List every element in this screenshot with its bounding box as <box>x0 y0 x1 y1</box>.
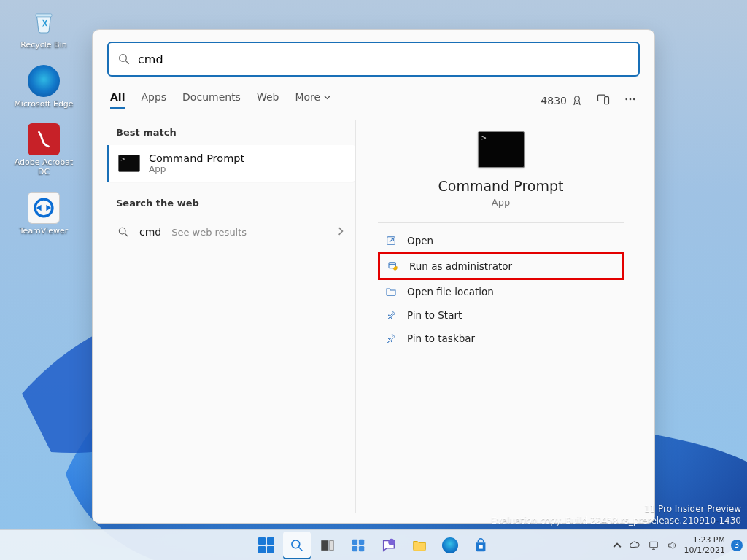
search-icon <box>117 226 129 238</box>
teamviewer-icon <box>28 192 60 224</box>
task-view-icon <box>320 537 336 553</box>
chevron-right-icon <box>336 225 345 238</box>
folder-icon <box>385 286 397 298</box>
best-match-subtitle: App <box>149 164 244 174</box>
svg-rect-20 <box>352 545 357 551</box>
svg-point-22 <box>388 538 395 545</box>
svg-rect-19 <box>359 539 364 544</box>
filter-row: All Apps Documents Web More 4830 <box>107 91 640 109</box>
web-search-item[interactable]: cmd - See web results <box>107 216 355 247</box>
preview-subtitle: App <box>492 197 510 208</box>
desktop-icon-label: TeamViewer <box>20 227 68 236</box>
preview-title: Command Prompt <box>438 178 564 194</box>
notification-badge[interactable]: 3 <box>731 540 743 551</box>
open-icon <box>385 235 397 246</box>
desktop-icon-recycle-bin[interactable]: Recycle Bin <box>7 6 80 50</box>
svg-point-10 <box>119 228 125 234</box>
pin-icon <box>385 309 397 321</box>
search-box[interactable] <box>107 42 640 77</box>
network-icon[interactable] <box>648 540 659 551</box>
more-options-icon[interactable] <box>624 93 637 108</box>
divider <box>378 222 624 223</box>
edge-icon <box>442 537 458 553</box>
rewards-icon <box>571 95 583 106</box>
svg-point-14 <box>292 540 300 548</box>
edge-icon <box>28 65 60 97</box>
store-icon <box>473 537 489 553</box>
chevron-up-icon[interactable] <box>613 541 622 550</box>
best-match-heading: Best match <box>107 124 355 145</box>
windows-watermark: 11 Pro Insider Preview Evaluation copy. … <box>491 503 741 526</box>
store-button[interactable] <box>467 532 495 559</box>
rewards-points[interactable]: 4830 <box>541 95 583 106</box>
action-pin-to-taskbar[interactable]: Pin to taskbar <box>378 327 624 350</box>
svg-point-7 <box>625 98 627 101</box>
svg-line-11 <box>125 233 128 236</box>
action-open[interactable]: Open <box>378 229 624 252</box>
taskbar-search-button[interactable] <box>283 532 311 559</box>
desktop-icon-edge[interactable]: Microsoft Edge <box>7 65 80 109</box>
filter-tab-apps[interactable]: Apps <box>141 91 166 109</box>
filter-tab-documents[interactable]: Documents <box>182 91 241 109</box>
edge-button[interactable] <box>436 532 464 559</box>
system-tray: 1:23 PM 10/1/2021 3 <box>613 535 743 554</box>
taskbar: 1:23 PM 10/1/2021 3 <box>0 529 747 560</box>
web-hint: See web results <box>171 227 247 238</box>
svg-rect-5 <box>598 95 605 101</box>
search-icon <box>290 538 304 553</box>
widgets-icon <box>350 537 366 553</box>
filter-tab-web[interactable]: Web <box>257 91 279 109</box>
desktop-icon-acrobat[interactable]: Adobe Acrobat DC <box>7 123 80 176</box>
command-prompt-icon <box>478 131 525 168</box>
results-pane: Best match Command Prompt App Search the… <box>107 120 355 513</box>
taskbar-clock[interactable]: 1:23 PM 10/1/2021 <box>684 535 725 554</box>
file-explorer-button[interactable] <box>406 532 433 559</box>
widgets-button[interactable] <box>344 532 372 559</box>
chat-icon <box>381 537 397 553</box>
pin-icon <box>385 332 397 344</box>
action-pin-to-start[interactable]: Pin to Start <box>378 303 624 327</box>
shield-window-icon <box>387 260 399 272</box>
svg-line-3 <box>125 61 129 64</box>
action-open-file-location[interactable]: Open file location <box>378 280 624 303</box>
chat-button[interactable] <box>375 532 403 559</box>
command-prompt-icon <box>118 155 140 172</box>
recycle-bin-icon <box>28 6 60 38</box>
svg-rect-17 <box>330 540 334 550</box>
best-match-item[interactable]: Command Prompt App <box>107 145 355 182</box>
svg-rect-24 <box>649 542 657 547</box>
best-match-title: Command Prompt <box>149 152 244 164</box>
folder-icon <box>411 537 427 553</box>
desktop-icon-label: Adobe Acrobat DC <box>7 158 80 176</box>
search-web-heading: Search the web <box>107 195 355 216</box>
web-query: cmd <box>139 226 161 238</box>
task-view-button[interactable] <box>314 532 341 559</box>
svg-point-2 <box>120 55 127 62</box>
onedrive-icon[interactable] <box>629 540 640 551</box>
desktop-icon-label: Recycle Bin <box>20 41 66 50</box>
pdf-icon <box>28 123 60 155</box>
svg-rect-21 <box>359 545 364 551</box>
chevron-down-icon <box>324 94 330 101</box>
action-run-as-administrator[interactable]: Run as administrator <box>378 252 624 280</box>
svg-point-9 <box>633 98 635 101</box>
desktop-icon-label: Microsoft Edge <box>14 100 73 109</box>
svg-rect-23 <box>479 545 483 549</box>
svg-rect-18 <box>352 539 357 544</box>
desktop-icons: Recycle Bin Microsoft Edge Adobe Acrobat… <box>7 6 80 236</box>
start-search-panel: All Apps Documents Web More 4830 Best ma… <box>92 29 655 524</box>
start-button[interactable] <box>252 532 280 559</box>
svg-rect-0 <box>36 14 52 17</box>
phone-link-icon[interactable] <box>596 92 611 109</box>
search-input[interactable] <box>138 52 630 66</box>
preview-pane: Command Prompt App Open Run as administr… <box>355 120 640 513</box>
desktop-icon-teamviewer[interactable]: TeamViewer <box>7 192 80 236</box>
filter-tab-all[interactable]: All <box>110 91 125 109</box>
windows-logo-icon <box>258 537 274 553</box>
filter-tab-more[interactable]: More <box>295 91 330 109</box>
svg-rect-16 <box>322 540 328 550</box>
svg-line-15 <box>299 547 303 551</box>
svg-point-4 <box>575 96 580 101</box>
volume-icon[interactable] <box>667 540 678 551</box>
search-icon <box>117 52 131 66</box>
